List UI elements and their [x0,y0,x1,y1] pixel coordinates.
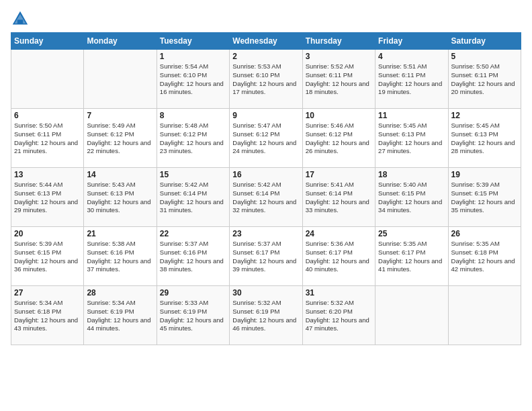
day-number: 3 [306,52,372,61]
day-info: Sunrise: 5:36 AM Sunset: 6:17 PM Dayligh… [306,240,372,274]
day-cell: 5Sunrise: 5:50 AM Sunset: 6:11 PM Daylig… [448,50,521,109]
day-info: Sunrise: 5:45 AM Sunset: 6:13 PM Dayligh… [378,122,445,156]
week-row-2: 6Sunrise: 5:50 AM Sunset: 6:11 PM Daylig… [11,109,521,168]
day-number: 8 [160,111,226,120]
day-number: 11 [378,111,445,120]
weekday-friday: Friday [375,33,448,50]
day-cell: 11Sunrise: 5:45 AM Sunset: 6:13 PM Dayli… [375,109,448,168]
day-number: 21 [87,229,153,238]
day-number: 7 [87,111,153,120]
day-number: 9 [232,111,299,120]
day-cell: 21Sunrise: 5:38 AM Sunset: 6:16 PM Dayli… [84,227,157,286]
day-info: Sunrise: 5:34 AM Sunset: 6:19 PM Dayligh… [87,299,153,333]
week-row-1: 1Sunrise: 5:54 AM Sunset: 6:10 PM Daylig… [11,50,521,109]
day-info: Sunrise: 5:53 AM Sunset: 6:10 PM Dayligh… [232,62,299,97]
calendar: SundayMondayTuesdayWednesdayThursdayFrid… [11,32,521,345]
day-cell [11,50,84,109]
day-cell [84,50,157,109]
day-number: 6 [14,111,81,120]
weekday-sunday: Sunday [11,33,84,50]
day-cell: 16Sunrise: 5:42 AM Sunset: 6:14 PM Dayli… [230,168,302,227]
day-info: Sunrise: 5:43 AM Sunset: 6:13 PM Dayligh… [87,181,153,215]
weekday-tuesday: Tuesday [157,33,229,50]
day-info: Sunrise: 5:47 AM Sunset: 6:12 PM Dayligh… [232,122,299,156]
week-row-5: 27Sunrise: 5:34 AM Sunset: 6:18 PM Dayli… [11,286,521,345]
day-cell: 20Sunrise: 5:39 AM Sunset: 6:15 PM Dayli… [11,227,84,286]
day-cell [448,286,521,345]
week-row-4: 20Sunrise: 5:39 AM Sunset: 6:15 PM Dayli… [11,227,521,286]
day-info: Sunrise: 5:44 AM Sunset: 6:13 PM Dayligh… [14,181,81,215]
day-cell: 12Sunrise: 5:45 AM Sunset: 6:13 PM Dayli… [448,109,521,168]
weekday-saturday: Saturday [448,33,521,50]
day-cell: 22Sunrise: 5:37 AM Sunset: 6:16 PM Dayli… [157,227,229,286]
day-info: Sunrise: 5:45 AM Sunset: 6:13 PM Dayligh… [451,122,518,156]
day-cell: 26Sunrise: 5:35 AM Sunset: 6:18 PM Dayli… [448,227,521,286]
day-info: Sunrise: 5:35 AM Sunset: 6:17 PM Dayligh… [378,240,445,274]
day-number: 25 [378,229,445,238]
day-info: Sunrise: 5:42 AM Sunset: 6:14 PM Dayligh… [160,181,226,215]
day-cell: 1Sunrise: 5:54 AM Sunset: 6:10 PM Daylig… [157,50,229,109]
weekday-wednesday: Wednesday [230,33,302,50]
header [11,7,521,28]
day-cell: 13Sunrise: 5:44 AM Sunset: 6:13 PM Dayli… [11,168,84,227]
day-number: 31 [306,288,372,298]
day-number: 15 [160,170,226,179]
weekday-header-row: SundayMondayTuesdayWednesdayThursdayFrid… [11,33,521,50]
day-cell: 31Sunrise: 5:32 AM Sunset: 6:20 PM Dayli… [302,286,375,345]
day-cell [375,286,448,345]
day-number: 19 [451,170,518,179]
day-info: Sunrise: 5:42 AM Sunset: 6:14 PM Dayligh… [232,181,299,215]
day-cell: 10Sunrise: 5:46 AM Sunset: 6:12 PM Dayli… [302,109,375,168]
day-info: Sunrise: 5:49 AM Sunset: 6:12 PM Dayligh… [87,122,153,156]
day-number: 4 [378,52,445,61]
day-cell: 6Sunrise: 5:50 AM Sunset: 6:11 PM Daylig… [11,109,84,168]
day-number: 18 [378,170,445,179]
weekday-monday: Monday [84,33,157,50]
day-number: 13 [14,170,81,179]
day-cell: 3Sunrise: 5:52 AM Sunset: 6:11 PM Daylig… [302,50,375,109]
week-row-3: 13Sunrise: 5:44 AM Sunset: 6:13 PM Dayli… [11,168,521,227]
day-info: Sunrise: 5:40 AM Sunset: 6:15 PM Dayligh… [378,181,445,215]
day-number: 20 [14,229,81,238]
day-info: Sunrise: 5:37 AM Sunset: 6:17 PM Dayligh… [232,240,299,274]
day-cell: 17Sunrise: 5:41 AM Sunset: 6:14 PM Dayli… [302,168,375,227]
day-info: Sunrise: 5:41 AM Sunset: 6:14 PM Dayligh… [306,181,372,215]
day-number: 28 [87,288,153,298]
day-info: Sunrise: 5:37 AM Sunset: 6:16 PM Dayligh… [160,240,226,274]
day-number: 24 [306,229,372,238]
day-cell: 23Sunrise: 5:37 AM Sunset: 6:17 PM Dayli… [230,227,302,286]
day-info: Sunrise: 5:35 AM Sunset: 6:18 PM Dayligh… [451,240,518,274]
day-number: 1 [160,52,226,61]
day-info: Sunrise: 5:50 AM Sunset: 6:11 PM Dayligh… [14,122,81,156]
day-number: 12 [451,111,518,120]
day-number: 16 [232,170,299,179]
day-cell: 28Sunrise: 5:34 AM Sunset: 6:19 PM Dayli… [84,286,157,345]
day-number: 22 [160,229,226,238]
day-cell: 19Sunrise: 5:39 AM Sunset: 6:15 PM Dayli… [448,168,521,227]
day-cell: 24Sunrise: 5:36 AM Sunset: 6:17 PM Dayli… [302,227,375,286]
day-cell: 7Sunrise: 5:49 AM Sunset: 6:12 PM Daylig… [84,109,157,168]
day-number: 5 [451,52,518,61]
day-number: 26 [451,229,518,238]
day-number: 29 [160,288,226,298]
day-cell: 9Sunrise: 5:47 AM Sunset: 6:12 PM Daylig… [230,109,302,168]
day-cell: 25Sunrise: 5:35 AM Sunset: 6:17 PM Dayli… [375,227,448,286]
day-number: 10 [306,111,372,120]
day-info: Sunrise: 5:50 AM Sunset: 6:11 PM Dayligh… [451,62,518,97]
day-info: Sunrise: 5:34 AM Sunset: 6:18 PM Dayligh… [14,299,81,333]
day-info: Sunrise: 5:39 AM Sunset: 6:15 PM Dayligh… [14,240,81,274]
day-info: Sunrise: 5:32 AM Sunset: 6:19 PM Dayligh… [232,299,299,333]
day-cell: 15Sunrise: 5:42 AM Sunset: 6:14 PM Dayli… [157,168,229,227]
day-number: 2 [232,52,299,61]
logo [11,9,31,28]
day-info: Sunrise: 5:33 AM Sunset: 6:19 PM Dayligh… [160,299,226,333]
day-cell: 29Sunrise: 5:33 AM Sunset: 6:19 PM Dayli… [157,286,229,345]
day-number: 17 [306,170,372,179]
day-number: 30 [232,288,299,298]
day-cell: 2Sunrise: 5:53 AM Sunset: 6:10 PM Daylig… [230,50,302,109]
day-number: 14 [87,170,153,179]
day-info: Sunrise: 5:48 AM Sunset: 6:12 PM Dayligh… [160,122,226,156]
page: SundayMondayTuesdayWednesdayThursdayFrid… [0,0,532,411]
day-cell: 14Sunrise: 5:43 AM Sunset: 6:13 PM Dayli… [84,168,157,227]
day-cell: 27Sunrise: 5:34 AM Sunset: 6:18 PM Dayli… [11,286,84,345]
